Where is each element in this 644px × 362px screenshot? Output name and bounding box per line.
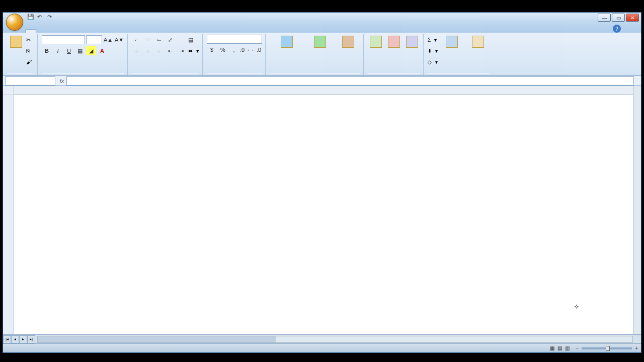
help-icon[interactable]: ? <box>613 25 621 33</box>
dec-decimal-button[interactable]: ←.0 <box>251 45 261 54</box>
tab-formulas[interactable] <box>61 29 72 33</box>
close-button[interactable]: ✕ <box>626 14 639 22</box>
align-bottom-button[interactable]: ⌙ <box>154 35 164 44</box>
align-top-button[interactable]: ⌐ <box>132 35 142 44</box>
merge-center-button[interactable]: ⬌ ▾ <box>188 46 199 56</box>
sort-filter-button[interactable] <box>440 35 464 50</box>
shrink-font-button[interactable]: A▼ <box>114 35 124 44</box>
align-left-button[interactable]: ≡ <box>132 46 142 55</box>
tab-page-layout[interactable] <box>49 29 60 33</box>
tab-insert[interactable] <box>37 29 48 33</box>
delete-cells-button[interactable] <box>386 35 402 50</box>
ribbon-tabs: ? <box>3 23 641 33</box>
tab-view[interactable] <box>98 29 109 33</box>
font-name-select[interactable] <box>42 35 85 44</box>
table-icon <box>314 36 326 48</box>
formula-bar: fx <box>3 76 641 86</box>
minimize-button[interactable]: — <box>598 14 611 22</box>
sheet-nav-next[interactable]: ▸ <box>19 335 27 343</box>
wrap-text-button[interactable]: ▤ <box>188 35 199 45</box>
column-headers <box>14 86 633 95</box>
sheet-nav-prev[interactable]: ◂ <box>11 335 19 343</box>
align-middle-button[interactable]: ≡ <box>143 35 153 44</box>
fill-color-button[interactable]: ◢ <box>86 46 96 55</box>
grow-font-button[interactable]: A▲ <box>103 35 113 44</box>
format-icon <box>406 36 418 48</box>
row-headers <box>3 86 14 334</box>
conditional-formatting-button[interactable] <box>270 35 304 50</box>
insert-icon <box>370 36 382 48</box>
group-font: A▲ A▼ B I U ▦ ◢ A <box>39 34 128 75</box>
align-right-button[interactable]: ≡ <box>154 46 164 55</box>
maximize-button[interactable]: ▭ <box>612 14 625 22</box>
underline-button[interactable]: U <box>64 46 74 55</box>
group-cells <box>365 34 424 75</box>
find-select-button[interactable] <box>466 35 490 50</box>
format-painter-button[interactable]: 🖌 <box>26 57 34 67</box>
select-all-corner[interactable] <box>3 86 14 95</box>
orientation-button[interactable]: ⤢ <box>165 35 175 44</box>
view-break-icon[interactable]: ▥ <box>565 345 570 351</box>
sheet-tab-bar: |◂ ◂ ▸ ▸| <box>3 334 641 343</box>
sheet-nav-last[interactable]: ▸| <box>27 335 35 343</box>
indent-dec-button[interactable]: ⇤ <box>165 46 175 55</box>
view-normal-icon[interactable]: ▦ <box>550 345 554 351</box>
group-number: $ % , .0→ ←.0 <box>204 34 266 75</box>
format-cells-button[interactable] <box>404 35 420 50</box>
inc-decimal-button[interactable]: .0→ <box>240 45 250 54</box>
align-center-button[interactable]: ≡ <box>143 46 153 55</box>
fx-icon[interactable]: fx <box>57 78 66 84</box>
titlebar: 💾 ↶ ↷ — ▭ ✕ <box>3 13 641 23</box>
formula-input[interactable] <box>66 76 634 85</box>
paste-button[interactable] <box>8 35 24 50</box>
spreadsheet-grid[interactable] <box>3 86 641 334</box>
cond-format-icon <box>281 36 293 48</box>
sort-icon <box>446 36 458 48</box>
cut-button[interactable]: ✂ <box>26 35 34 45</box>
delete-icon <box>388 36 400 48</box>
font-size-select[interactable] <box>86 35 102 44</box>
number-format-select[interactable] <box>207 35 262 44</box>
status-bar: ▦ ▤ ▥ − + <box>3 343 641 352</box>
horizontal-scrollbar[interactable] <box>37 336 633 343</box>
tab-review[interactable] <box>86 29 97 33</box>
fill-button[interactable]: ⬇ ▾ <box>428 46 438 56</box>
vertical-scrollbar[interactable] <box>633 86 641 334</box>
paste-icon <box>10 36 22 48</box>
percent-button[interactable]: % <box>218 45 228 54</box>
font-color-button[interactable]: A <box>97 46 107 55</box>
name-box[interactable] <box>5 76 55 85</box>
italic-button[interactable]: I <box>53 46 63 55</box>
excel-window: 💾 ↶ ↷ — ▭ ✕ ? <box>3 12 641 353</box>
autosum-button[interactable]: Σ ▾ <box>428 35 438 45</box>
cell-styles-button[interactable] <box>336 35 360 50</box>
tab-home[interactable] <box>25 29 36 33</box>
format-as-table-button[interactable] <box>306 35 334 50</box>
tab-data[interactable] <box>73 29 85 33</box>
insert-cells-button[interactable] <box>368 35 384 50</box>
redo-icon[interactable]: ↷ <box>47 14 55 22</box>
group-clipboard: ✂ ⎘ 🖌 <box>5 34 38 75</box>
copy-button[interactable]: ⎘ <box>26 46 34 56</box>
zoom-slider[interactable] <box>582 347 632 349</box>
indent-inc-button[interactable]: ⇥ <box>176 46 186 55</box>
undo-icon[interactable]: ↶ <box>37 14 45 22</box>
border-button[interactable]: ▦ <box>75 46 85 55</box>
group-editing: Σ ▾ ⬇ ▾ ◇ ▾ <box>425 34 493 75</box>
comma-button[interactable]: , <box>229 45 239 54</box>
view-layout-icon[interactable]: ▤ <box>557 345 562 351</box>
find-icon <box>472 36 484 48</box>
clear-button[interactable]: ◇ ▾ <box>428 57 438 67</box>
group-alignment: ⌐ ≡ ⌙ ⤢ ≡ ≡ ≡ ⇤ ⇥ ▤ ⬌ ▾ <box>129 34 203 75</box>
group-styles <box>267 34 364 75</box>
save-icon[interactable]: 💾 <box>27 14 35 22</box>
ribbon: ✂ ⎘ 🖌 A▲ A▼ B I <box>3 33 641 76</box>
cell-styles-icon <box>342 36 354 48</box>
office-button[interactable] <box>6 14 23 31</box>
sheet-nav-first[interactable]: |◂ <box>3 335 11 343</box>
cursor-icon: ✧ <box>574 303 580 311</box>
zoom-out-button[interactable]: − <box>576 345 579 351</box>
zoom-in-button[interactable]: + <box>635 345 638 351</box>
bold-button[interactable]: B <box>42 46 52 55</box>
currency-button[interactable]: $ <box>207 45 217 54</box>
